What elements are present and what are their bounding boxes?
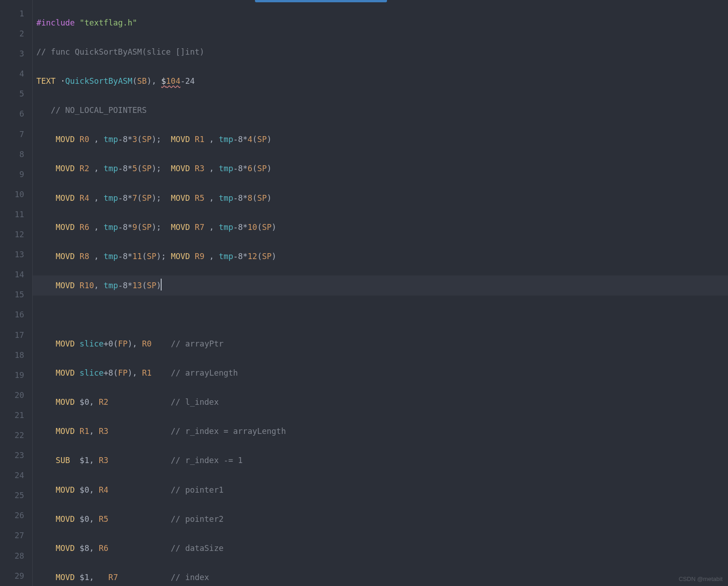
line-number: 28 [0,546,24,566]
line-number: 11 [0,204,24,224]
text-cursor [161,279,162,290]
comment: // pointer2 [171,515,224,524]
code-line[interactable]: MOVD R1, R3 // r_index = arrayLength [36,421,728,441]
code-line[interactable]: MOVD $8, R6 // dataSize [36,538,728,558]
register: SB [137,76,147,86]
line-number: 21 [0,405,24,425]
line-number: 22 [0,425,24,445]
string-literal: "textflag.h" [80,18,137,27]
code-line[interactable]: TEXT ·QuickSortByASM(SB), $104-24 [36,71,728,91]
line-number: 6 [0,104,24,124]
line-number: 18 [0,345,24,365]
line-number-gutter: 1 2 3 4 5 6 7 8 9 10 11 12 13 14 15 16 1… [0,0,33,586]
comment: // arrayLength [171,368,238,377]
line-number: 19 [0,365,24,385]
watermark: CSDN @metabit [679,576,723,582]
code-line[interactable]: MOVD $1, R7 // index [36,567,728,586]
line-number: 24 [0,465,24,485]
line-number: 27 [0,525,24,545]
comment: // index [171,573,209,582]
comment: // func QuickSortByASM(slice []int) [36,47,204,56]
line-number: 3 [0,44,24,64]
code-line[interactable]: MOVD $0, R4 // pointer1 [36,480,728,500]
line-number: 15 [0,285,24,305]
line-number: 23 [0,445,24,465]
line-number: 1 [0,4,24,24]
line-number: 2 [0,24,24,44]
code-editor[interactable]: 1 2 3 4 5 6 7 8 9 10 11 12 13 14 15 16 1… [0,0,728,586]
code-area[interactable]: #include "textflag.h" // func QuickSortB… [33,0,728,586]
code-line[interactable]: MOVD $0, R5 // pointer2 [36,509,728,529]
opcode: MOVD [56,135,75,144]
code-line[interactable]: MOVD R8 , tmp-8*11(SP); MOVD R9 , tmp-8*… [36,246,728,266]
line-number: 9 [0,164,24,184]
comment: // l_index [171,397,219,407]
tab-indicator [255,0,387,2]
line-number: 17 [0,325,24,345]
number: -24 [180,76,195,86]
code-line[interactable] [36,305,728,325]
code-line-current[interactable]: MOVD R10, tmp-8*13(SP) [33,275,728,296]
line-number: 5 [0,84,24,104]
code-line[interactable]: // NO_LOCAL_POINTERS [36,100,728,120]
line-number: 12 [0,224,24,245]
func-name: QuickSortByASM [65,76,132,86]
number: 104 [166,76,181,86]
line-number: 8 [0,144,24,164]
line-number: 26 [0,505,24,525]
dot: · [61,76,66,86]
code-line[interactable]: MOVD $0, R2 // l_index [36,392,728,412]
code-line[interactable]: SUB $1, R3 // r_index -= 1 [36,450,728,470]
line-number: 29 [0,566,24,586]
comment: // pointer1 [171,485,224,494]
code-line[interactable]: MOVD R4 , tmp-8*7(SP); MOVD R5 , tmp-8*8… [36,188,728,208]
code-line[interactable]: MOVD R0 , tmp-8*3(SP); MOVD R1 , tmp-8*4… [36,129,728,149]
comment: // dataSize [171,544,224,553]
line-number: 7 [0,124,24,144]
line-number: 4 [0,64,24,84]
comment: // r_index -= 1 [171,456,243,465]
keyword: TEXT [36,76,56,86]
code-line[interactable]: #include "textflag.h" [36,13,728,33]
preprocessor: #include [36,18,75,27]
comment: // arrayPtr [171,339,224,348]
line-number: 20 [0,385,24,405]
dollar: $ [161,76,166,86]
line-number: 25 [0,485,24,505]
line-number: 16 [0,305,24,325]
line-number: 14 [0,265,24,285]
ident: tmp [104,135,118,144]
line-number: 10 [0,184,24,204]
register: R0 [80,135,89,144]
code-line[interactable]: // func QuickSortByASM(slice []int) [36,42,728,62]
code-line[interactable]: MOVD slice+8(FP), R1 // arrayLength [36,363,728,383]
comment: // r_index = arrayLength [171,427,286,436]
register: SP [142,135,152,144]
code-line[interactable]: MOVD R6 , tmp-8*9(SP); MOVD R7 , tmp-8*1… [36,217,728,237]
code-line[interactable]: MOVD slice+0(FP), R0 // arrayPtr [36,334,728,354]
comment: // NO_LOCAL_POINTERS [51,106,147,115]
code-line[interactable]: MOVD R2 , tmp-8*5(SP); MOVD R3 , tmp-8*6… [36,158,728,178]
line-number: 13 [0,245,24,265]
